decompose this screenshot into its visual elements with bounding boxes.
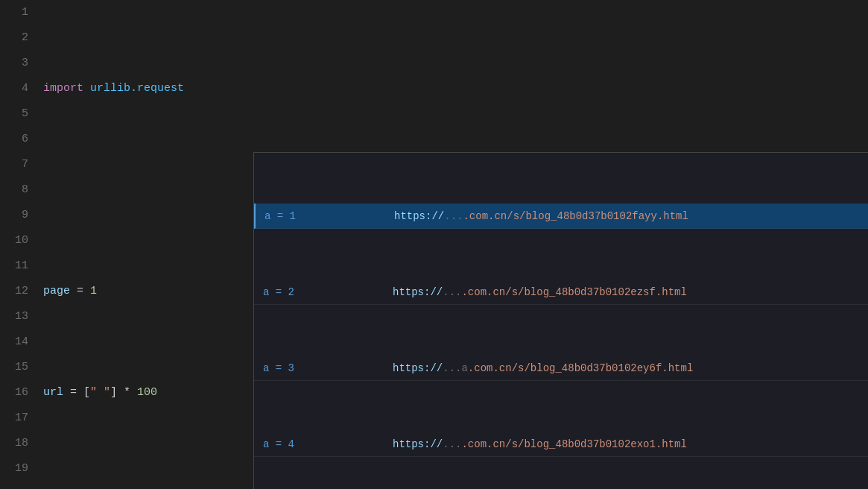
line-num-6: 6 <box>9 127 28 152</box>
autocomplete-item-1[interactable]: a = 1 https://....com.cn/s/blog_48b0d37b… <box>254 204 868 229</box>
line-num-1: 1 <box>9 0 28 25</box>
line-num-4: 4 <box>9 76 28 101</box>
token-str: " " <box>90 380 110 406</box>
code-editor: 1 2 3 4 5 6 7 8 9 10 11 12 13 14 15 16 1… <box>0 0 868 489</box>
code-line-1: import urllib.request <box>43 76 868 101</box>
line-num-2: 2 <box>9 25 28 51</box>
line-num-3: 3 <box>9 51 28 76</box>
token-import: import <box>43 76 90 101</box>
line-num-15: 15 <box>9 355 28 380</box>
autocomplete-item-4[interactable]: a = 4 https://....com.cn/s/blog_48b0d37b… <box>254 432 868 457</box>
line-num-8: 8 <box>9 177 28 203</box>
ac-index-2: a = 2 <box>263 280 330 305</box>
token-url: url <box>43 380 63 406</box>
autocomplete-dropdown[interactable]: a = 1 https://....com.cn/s/blog_48b0d37b… <box>253 152 868 489</box>
autocomplete-item-2[interactable]: a = 2 https://....com.cn/s/blog_48b0d37b… <box>254 280 868 305</box>
line-num-14: 14 <box>9 329 28 355</box>
line-num-5: 5 <box>9 101 28 127</box>
ac-url-1: https://....com.cn/s/blog_48b0d37b0102fa… <box>332 178 868 254</box>
code-content[interactable]: import urllib.request page = 1 url = [" … <box>37 0 868 489</box>
ac-index-3: a = 3 <box>263 356 330 381</box>
token-num1: 1 <box>90 279 97 304</box>
autocomplete-item-3[interactable]: a = 3 https://...a.com.cn/s/blog_48b0d37… <box>254 356 868 381</box>
ac-url-3: https://...a.com.cn/s/blog_48b0d37b0102e… <box>330 330 868 406</box>
ac-url-2: https://....com.cn/s/blog_48b0d37b0102ez… <box>330 254 868 330</box>
ac-index-1: a = 1 <box>264 204 332 229</box>
token-page: page <box>43 279 70 304</box>
line-num-18: 18 <box>9 431 28 456</box>
line-num-16: 16 <box>9 380 28 406</box>
line-num-12: 12 <box>9 279 28 304</box>
line-num-10: 10 <box>9 228 28 253</box>
line-num-19: 19 <box>9 456 28 482</box>
token-num100: 100 <box>137 380 157 406</box>
token-module: urllib.request <box>90 76 184 101</box>
line-numbers: 1 2 3 4 5 6 7 8 9 10 11 12 13 14 15 16 1… <box>0 0 37 489</box>
ac-url-4: https://....com.cn/s/blog_48b0d37b0102ex… <box>330 406 868 482</box>
line-num-7: 7 <box>9 152 28 177</box>
line-num-9: 9 <box>9 203 28 228</box>
line-num-13: 13 <box>9 304 28 329</box>
line-num-17: 17 <box>9 406 28 431</box>
line-num-11: 11 <box>9 253 28 279</box>
ac-url-5: https://....om.cn/s/blog_48b0d37b0102ewo… <box>330 482 868 490</box>
ac-index-4: a = 4 <box>263 432 330 457</box>
